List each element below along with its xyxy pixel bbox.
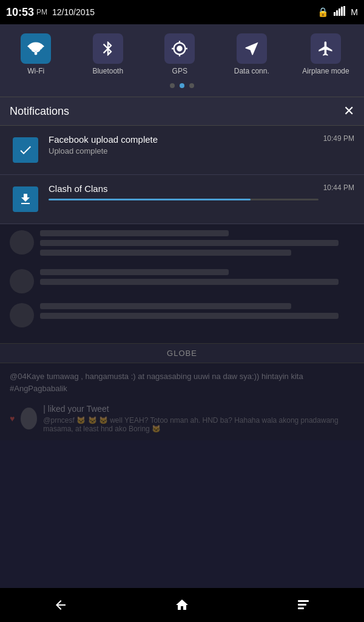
coc-notif-title: Clash of Clans	[49, 183, 318, 194]
status-bar: 10:53 PM 12/10/2015 🔒 M	[0, 0, 364, 24]
svg-rect-6	[298, 600, 309, 602]
facebook-notif-content: Facebook upload complete Upload complete	[49, 134, 318, 156]
page-indicators	[0, 78, 364, 91]
coc-notif-icon-wrap	[10, 183, 41, 215]
svg-rect-8	[298, 607, 304, 609]
airplane-label: Airplane mode	[302, 67, 349, 75]
coc-progress-fill	[49, 199, 251, 200]
bg-text-line	[40, 250, 291, 256]
gps-icon-bg	[164, 33, 195, 64]
svg-rect-2	[339, 9, 340, 16]
bluetooth-icon-bg	[93, 33, 123, 64]
notifications-close-button[interactable]: ✕	[343, 104, 354, 118]
nav-bar	[0, 588, 364, 622]
notification-clashofclans[interactable]: Clash of Clans 10:44 PM	[0, 175, 364, 224]
airplane-icon-bg	[311, 33, 341, 64]
check-icon	[18, 143, 33, 157]
svg-rect-7	[298, 604, 306, 606]
coc-notif-content: Clash of Clans	[49, 183, 318, 200]
notifications-panel: Notifications ✕ Facebook upload complete…	[0, 97, 364, 224]
facebook-notif-title: Facebook upload complete	[49, 134, 318, 145]
wifi-label: Wi-Fi	[27, 67, 44, 75]
wifi-icon-bg	[21, 33, 51, 64]
gps-label: GPS	[172, 67, 187, 75]
status-ampm: PM	[36, 8, 47, 16]
bg-text-block-2	[40, 269, 354, 289]
bg-text-line	[40, 313, 339, 319]
globe-carrier-bar: GLOBE	[0, 343, 364, 363]
status-date: 12/10/2015	[52, 7, 95, 17]
dataconn-icon	[243, 40, 260, 57]
bg-feed-item-3	[10, 303, 354, 327]
quick-setting-wifi[interactable]: Wi-Fi	[8, 30, 63, 78]
tweet-heart-icon: ♥	[10, 414, 15, 423]
bg-text-block-1	[40, 230, 354, 259]
gps-icon	[171, 40, 188, 57]
tweet-avatar	[21, 408, 37, 429]
bg-avatar-1	[10, 230, 34, 255]
lock-icon: 🔒	[317, 7, 329, 18]
bg-text-line	[40, 303, 291, 309]
airplane-icon	[317, 40, 334, 57]
tweet-hashtag: #AngPagbabalik	[10, 383, 354, 395]
home-icon	[175, 598, 189, 612]
back-arrow-icon	[53, 598, 68, 612]
bluetooth-label: Bluetooth	[92, 67, 123, 75]
signal-icon	[334, 6, 346, 18]
carrier-label: M	[351, 7, 358, 17]
quick-setting-airplane[interactable]: Airplane mode	[296, 30, 355, 78]
quick-setting-gps[interactable]: GPS	[152, 30, 207, 78]
facebook-notif-icon-wrap	[10, 134, 41, 166]
status-icons: 🔒 M	[317, 6, 358, 18]
notifications-header: Notifications ✕	[0, 97, 364, 126]
bg-text-block-3	[40, 303, 354, 323]
background-content-area: GLOBE @04Kaye tumawag , hangamusta :) at…	[0, 224, 364, 622]
download-icon	[18, 192, 33, 207]
notification-facebook[interactable]: Facebook upload complete Upload complete…	[0, 126, 364, 175]
notifications-title: Notifications	[10, 105, 69, 118]
page-dot-2	[180, 83, 184, 88]
background-content: GLOBE @04Kaye tumawag , hangamusta :) at…	[0, 224, 364, 440]
quick-settings-panel: Wi-Fi Bluetooth GPS	[0, 24, 364, 97]
wifi-icon	[27, 40, 44, 57]
bg-avatar-2	[10, 269, 34, 293]
quick-settings-row: Wi-Fi Bluetooth GPS	[0, 30, 364, 78]
tweet-liked-label: | liked your Tweet	[43, 404, 354, 414]
dataconn-label: Data conn.	[234, 67, 269, 75]
bluetooth-icon	[99, 40, 116, 57]
nav-recents-button[interactable]	[285, 593, 322, 617]
page-dot-3	[189, 83, 194, 88]
bg-avatar-3	[10, 303, 34, 327]
bg-text-line	[40, 279, 339, 285]
status-time: 10:53	[6, 6, 34, 19]
coc-download-icon-bg	[13, 186, 38, 212]
bg-feed-item-2	[10, 269, 354, 293]
tweet-user-row: ♥ | liked your Tweet @prncesf 🐱 🐱 🐱 well…	[10, 404, 354, 433]
tweet-section: @04Kaye tumawag , hangamusta :) at nagsa…	[0, 363, 364, 440]
recents-icon	[296, 598, 311, 612]
svg-rect-4	[343, 6, 345, 16]
nav-home-button[interactable]	[164, 593, 200, 617]
nav-back-button[interactable]	[42, 593, 79, 617]
facebook-notif-time: 10:49 PM	[323, 134, 354, 143]
tweet-text: @04Kaye tumawag , hangamusta :) at nagsa…	[10, 371, 354, 383]
page-dot-1	[170, 83, 175, 88]
bg-feed-item-1	[10, 230, 354, 259]
bg-text-line	[40, 240, 339, 246]
bg-feed	[0, 224, 364, 343]
facebook-check-icon-bg	[13, 137, 38, 163]
bg-text-line	[40, 269, 229, 275]
tweet-liked-sub: @prncesf 🐱 🐱 🐱 well YEAH? Totoo nman ah.…	[43, 416, 354, 433]
quick-setting-bluetooth[interactable]: Bluetooth	[81, 30, 135, 78]
quick-setting-dataconn[interactable]: Data conn.	[224, 30, 279, 78]
facebook-notif-subtitle: Upload complete	[49, 146, 318, 156]
coc-progress-bar	[49, 199, 318, 200]
svg-rect-3	[341, 7, 343, 16]
coc-notif-time: 10:44 PM	[323, 183, 354, 192]
svg-rect-0	[334, 12, 335, 16]
svg-rect-1	[336, 10, 338, 16]
bg-text-line	[40, 230, 229, 236]
dataconn-icon-bg	[237, 33, 267, 64]
